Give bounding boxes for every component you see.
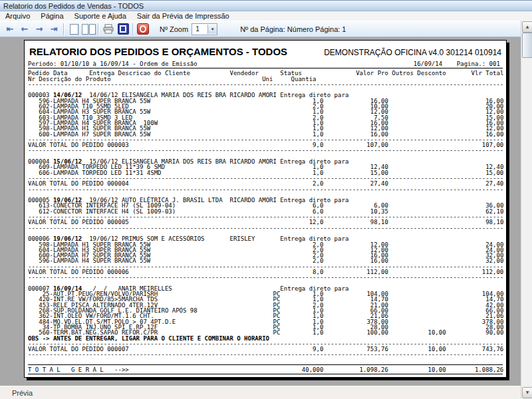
report-line bbox=[28, 374, 503, 374]
zoom-select[interactable]: 1 ▼ bbox=[192, 23, 217, 35]
exit-preview-button[interactable] bbox=[136, 23, 150, 36]
report-watermark: DEMONSTRAÇÃO OFICINA v4.0 301214 010914 bbox=[324, 48, 501, 57]
report-line: ----------------------------------------… bbox=[28, 275, 503, 280]
menu-item-1[interactable]: Arquivo bbox=[0, 12, 35, 20]
single-page-view-button[interactable] bbox=[66, 23, 81, 36]
previous-page-button[interactable]: ← bbox=[17, 23, 32, 36]
last-page-button[interactable]: ⇥ bbox=[47, 23, 61, 36]
two-pages-icon bbox=[82, 24, 96, 35]
toolbar: ⇤ ← → ⇥ bbox=[0, 21, 521, 37]
print-button[interactable] bbox=[101, 23, 116, 36]
first-page-icon: ⇤ bbox=[7, 25, 14, 33]
report-line: ----------------------------------------… bbox=[28, 82, 503, 87]
chevron-down-icon[interactable]: ▼ bbox=[207, 25, 217, 34]
next-page-button[interactable]: → bbox=[32, 23, 47, 36]
report-line: ----------------------------------------… bbox=[28, 187, 503, 192]
print-setup-button[interactable] bbox=[116, 23, 130, 36]
menu-bar: ArquivoPáginaSuporte e AjudaSair da Prév… bbox=[0, 11, 532, 21]
single-page-icon bbox=[70, 24, 78, 35]
toolbar-separator bbox=[132, 23, 134, 35]
two-page-view-button[interactable] bbox=[81, 23, 96, 36]
preview-canvas: RELATORIO DOS PEDIDOS E ORÇAMENTOS - TOD… bbox=[0, 37, 521, 386]
last-page-icon: ⇥ bbox=[51, 25, 58, 33]
toolbar-separator bbox=[63, 23, 65, 35]
menu-item-3[interactable]: Suporte e Ajuda bbox=[69, 12, 132, 20]
report-body: Periodo: 01/10/10 à 16/09/14 - Ordem de … bbox=[28, 61, 503, 374]
power-off-icon bbox=[137, 23, 149, 35]
report-title: RELATORIO DOS PEDIDOS E ORÇAMENTOS - TOD… bbox=[29, 46, 287, 57]
vertical-scrollbar[interactable]: ▲ ▼ bbox=[521, 21, 532, 399]
print-setup-icon bbox=[118, 23, 129, 35]
report-line bbox=[28, 358, 503, 363]
menu-item-2[interactable]: Página bbox=[35, 12, 68, 20]
page-number-info: Nº da Página: Número Página: 1 bbox=[240, 25, 346, 33]
zoom-label: Nº Zoom bbox=[160, 25, 188, 33]
app-window: Relatorio dos Pedidos de Vendas - TODOS … bbox=[0, 0, 532, 399]
report-line: ----------------------------------------… bbox=[28, 352, 503, 357]
window-title: Relatorio dos Pedidos de Vendas - TODOS bbox=[3, 2, 144, 10]
report-line: Periodo: 01/10/10 à 16/09/14 - Ordem de … bbox=[28, 61, 503, 66]
report-line: ----------------------------------------… bbox=[28, 148, 503, 153]
next-page-icon: → bbox=[36, 25, 43, 33]
report-line: ----------------------------------------… bbox=[28, 225, 503, 231]
menu-item-4[interactable]: Sair da Prévia de Impressão bbox=[132, 12, 235, 20]
report-line bbox=[28, 68, 503, 68]
scroll-down-button[interactable]: ▼ bbox=[522, 387, 532, 398]
title-bar: Relatorio dos Pedidos de Vendas - TODOS bbox=[0, 0, 532, 11]
status-text: Prévia bbox=[12, 389, 33, 397]
scroll-thumb[interactable] bbox=[522, 33, 532, 58]
report-header: RELATORIO DOS PEDIDOS E ORÇAMENTOS - TOD… bbox=[28, 43, 503, 61]
zoom-value: 1 bbox=[192, 25, 207, 33]
status-bar: Prévia bbox=[0, 386, 521, 399]
printer-icon bbox=[102, 24, 114, 34]
toolbar-separator bbox=[98, 23, 99, 35]
previous-page-icon: ← bbox=[21, 25, 29, 33]
first-page-button[interactable]: ⇤ bbox=[3, 23, 17, 36]
scroll-up-button[interactable]: ▲ bbox=[522, 21, 532, 33]
report-line bbox=[28, 364, 503, 365]
report-page: RELATORIO DOS PEDIDOS E ORÇAMENTOS - TOD… bbox=[24, 40, 507, 378]
report-line: T O T A L G E R A L -->> 40,000 1.098,26… bbox=[28, 367, 503, 372]
